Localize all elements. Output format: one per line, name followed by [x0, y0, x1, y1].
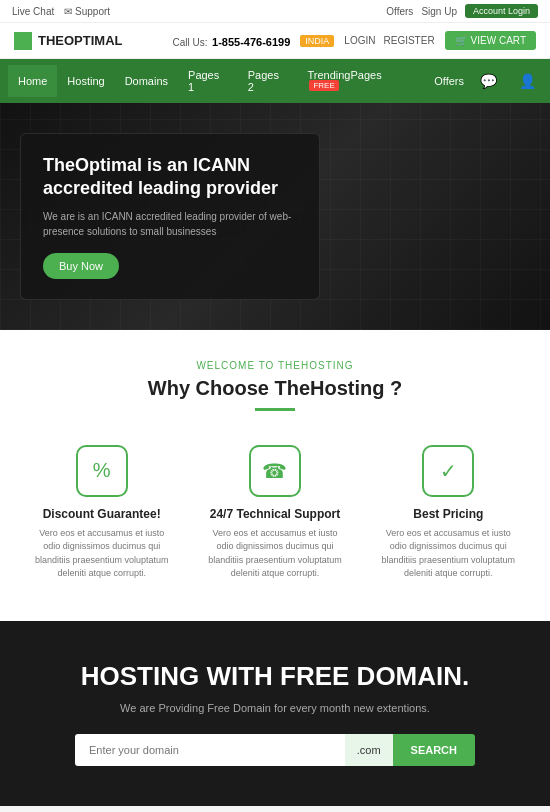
nav-domains[interactable]: Domains [115, 65, 178, 97]
view-cart-button[interactable]: 🛒 VIEW CART [445, 31, 536, 50]
why-pre-title: WELCOME TO THEHOSTING [20, 360, 530, 371]
top-bar-right: Offers Sign Up Account Login [386, 4, 538, 18]
nav-home[interactable]: Home [8, 65, 57, 97]
feature-support-title: 24/7 Technical Support [203, 507, 346, 521]
nav-offers[interactable]: Offers [424, 65, 474, 97]
why-divider [255, 408, 295, 411]
nav-pages1[interactable]: Pages 1 [178, 59, 238, 103]
feature-pricing-desc: Vero eos et accusamus et iusto odio dign… [377, 527, 520, 581]
trending-badge: FREE [309, 80, 338, 91]
live-chat-link[interactable]: Live Chat [12, 6, 54, 17]
domain-search-bar: .com SEARCH [75, 734, 475, 766]
why-title: Why Choose TheHosting ? [20, 377, 530, 400]
features-list: % Discount Guarantee! Vero eos et accusa… [20, 435, 530, 591]
sign-up-link[interactable]: Sign Up [421, 6, 457, 17]
domain-title: HOSTING WITH FREE DOMAIN. [20, 661, 530, 692]
domain-description: We are Providing Free Domain for every m… [20, 702, 530, 714]
feature-discount-title: Discount Guarantee! [30, 507, 173, 521]
header-right: Call Us: 1-855-476-6199 INDIA LOGIN REGI… [173, 31, 536, 50]
nav-trending[interactable]: TrendingPages FREE [297, 59, 424, 103]
why-section: WELCOME TO THEHOSTING Why Choose TheHost… [0, 330, 550, 621]
domain-section: HOSTING WITH FREE DOMAIN. We are Providi… [0, 621, 550, 806]
feature-discount: % Discount Guarantee! Vero eos et accusa… [20, 435, 183, 591]
hero-description: We are is an ICANN accredited leading pr… [43, 209, 297, 239]
login-link[interactable]: LOGIN [344, 35, 375, 46]
domain-search-input[interactable] [75, 734, 345, 766]
domain-extension: .com [345, 734, 393, 766]
pricing-section: PRICING Best Popular TheHosting Plans Sh… [0, 806, 550, 812]
india-badge: INDIA [300, 35, 334, 47]
hero-content: TheOptimal is an ICANN accredited leadin… [20, 133, 320, 300]
header-links: LOGIN REGISTER [344, 35, 434, 46]
hero-title: TheOptimal is an ICANN accredited leadin… [43, 154, 297, 201]
account-login-button[interactable]: Account Login [465, 4, 538, 18]
buy-now-button[interactable]: Buy Now [43, 253, 119, 279]
nav-hosting[interactable]: Hosting [57, 65, 114, 97]
top-bar: Live Chat ✉ Support Offers Sign Up Accou… [0, 0, 550, 23]
feature-pricing-title: Best Pricing [377, 507, 520, 521]
main-nav: Home Hosting Domains Pages 1 Pages 2 Tre… [0, 59, 550, 103]
feature-pricing: ✓ Best Pricing Vero eos et accusamus et … [367, 435, 530, 591]
logo-text: THEOPTIMAL [38, 33, 123, 48]
hero-box: TheOptimal is an ICANN accredited leadin… [20, 133, 320, 300]
discount-icon: % [76, 445, 128, 497]
header: THEOPTIMAL Call Us: 1-855-476-6199 INDIA… [0, 23, 550, 59]
offers-link[interactable]: Offers [386, 6, 413, 17]
pricing-check-icon: ✓ [422, 445, 474, 497]
feature-support: ☎ 24/7 Technical Support Vero eos et acc… [193, 435, 356, 591]
nav-pages2[interactable]: Pages 2 [238, 59, 298, 103]
domain-search-button[interactable]: SEARCH [393, 734, 475, 766]
support-icon: ☎ [249, 445, 301, 497]
support-link[interactable]: ✉ Support [64, 6, 110, 17]
register-link[interactable]: REGISTER [383, 35, 434, 46]
feature-support-desc: Vero eos et accusamus et iusto odio dign… [203, 527, 346, 581]
user-icon[interactable]: 👤 [513, 65, 542, 97]
feature-discount-desc: Vero eos et accusamus et iusto odio dign… [30, 527, 173, 581]
nav-icons: 💬 👤 [474, 65, 542, 97]
logo-icon [14, 32, 32, 50]
logo[interactable]: THEOPTIMAL [14, 32, 123, 50]
hero-section: TheOptimal is an ICANN accredited leadin… [0, 103, 550, 330]
chat-icon[interactable]: 💬 [474, 65, 503, 97]
phone-number: Call Us: 1-855-476-6199 [173, 32, 291, 50]
top-bar-left: Live Chat ✉ Support [12, 6, 110, 17]
